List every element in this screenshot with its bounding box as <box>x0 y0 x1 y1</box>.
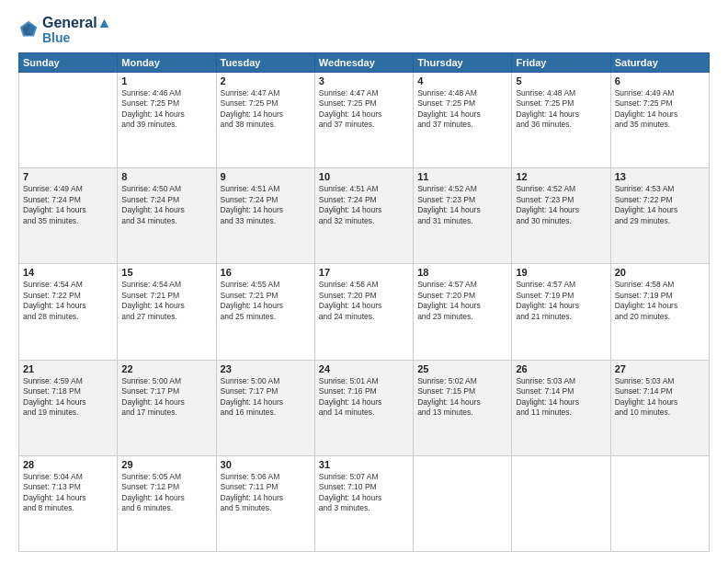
day-info: Sunrise: 4:55 AMSunset: 7:21 PMDaylight:… <box>221 280 311 322</box>
calendar-cell: 1Sunrise: 4:46 AMSunset: 7:25 PMDaylight… <box>118 72 216 167</box>
calendar-cell: 16Sunrise: 4:55 AMSunset: 7:21 PMDayligh… <box>216 264 314 360</box>
logo-icon <box>18 19 39 40</box>
day-number: 5 <box>516 75 606 86</box>
day-info: Sunrise: 4:54 AMSunset: 7:21 PMDaylight:… <box>121 280 211 322</box>
logo: General▲ Blue <box>18 15 111 45</box>
day-info: Sunrise: 5:00 AMSunset: 7:17 PMDaylight:… <box>221 376 311 419</box>
day-number: 3 <box>319 75 409 86</box>
day-number: 21 <box>23 363 113 374</box>
calendar-week-row: 21Sunrise: 4:59 AMSunset: 7:18 PMDayligh… <box>19 360 710 455</box>
calendar-cell <box>610 455 709 551</box>
day-info: Sunrise: 5:07 AMSunset: 7:10 PMDaylight:… <box>319 472 409 514</box>
calendar-cell: 15Sunrise: 4:54 AMSunset: 7:21 PMDayligh… <box>118 264 216 360</box>
calendar-cell: 23Sunrise: 5:00 AMSunset: 7:17 PMDayligh… <box>216 360 314 455</box>
calendar-cell: 17Sunrise: 4:56 AMSunset: 7:20 PMDayligh… <box>314 264 413 360</box>
calendar-week-row: 14Sunrise: 4:54 AMSunset: 7:22 PMDayligh… <box>19 264 710 360</box>
day-number: 23 <box>221 363 311 374</box>
calendar-cell: 6Sunrise: 4:49 AMSunset: 7:25 PMDaylight… <box>610 72 709 167</box>
day-number: 22 <box>121 363 211 374</box>
calendar-header-cell: Tuesday <box>216 52 314 72</box>
calendar-header-row: SundayMondayTuesdayWednesdayThursdayFrid… <box>19 52 710 72</box>
header: General▲ Blue <box>18 15 710 45</box>
calendar-cell: 18Sunrise: 4:57 AMSunset: 7:20 PMDayligh… <box>414 264 512 360</box>
day-info: Sunrise: 4:54 AMSunset: 7:22 PMDaylight:… <box>23 280 113 322</box>
day-number: 9 <box>221 171 311 182</box>
calendar-cell: 3Sunrise: 4:47 AMSunset: 7:25 PMDaylight… <box>314 72 413 167</box>
calendar-cell: 29Sunrise: 5:05 AMSunset: 7:12 PMDayligh… <box>118 455 216 551</box>
day-number: 15 <box>121 267 211 278</box>
calendar-cell: 27Sunrise: 5:03 AMSunset: 7:14 PMDayligh… <box>610 360 709 455</box>
day-info: Sunrise: 4:58 AMSunset: 7:19 PMDaylight:… <box>615 280 705 322</box>
day-number: 8 <box>121 171 211 182</box>
calendar-cell: 11Sunrise: 4:52 AMSunset: 7:23 PMDayligh… <box>414 168 512 264</box>
day-number: 31 <box>319 459 409 470</box>
calendar-cell: 7Sunrise: 4:49 AMSunset: 7:24 PMDaylight… <box>19 168 118 264</box>
calendar-week-row: 7Sunrise: 4:49 AMSunset: 7:24 PMDaylight… <box>19 168 710 264</box>
day-number: 1 <box>121 75 211 86</box>
calendar-cell: 19Sunrise: 4:57 AMSunset: 7:19 PMDayligh… <box>512 264 610 360</box>
day-number: 12 <box>516 171 606 182</box>
day-number: 30 <box>221 459 311 470</box>
day-info: Sunrise: 4:48 AMSunset: 7:25 PMDaylight:… <box>417 88 507 131</box>
day-info: Sunrise: 5:03 AMSunset: 7:14 PMDaylight:… <box>615 376 705 419</box>
day-info: Sunrise: 4:52 AMSunset: 7:23 PMDaylight:… <box>417 184 507 226</box>
calendar-header-cell: Saturday <box>610 52 709 72</box>
calendar-cell: 21Sunrise: 4:59 AMSunset: 7:18 PMDayligh… <box>19 360 118 455</box>
page: General▲ Blue SundayMondayTuesdayWednesd… <box>0 0 728 563</box>
logo-text: General▲ Blue <box>42 15 111 45</box>
day-number: 19 <box>516 267 606 278</box>
day-info: Sunrise: 4:49 AMSunset: 7:24 PMDaylight:… <box>23 184 113 226</box>
calendar-week-row: 1Sunrise: 4:46 AMSunset: 7:25 PMDaylight… <box>19 72 710 167</box>
calendar-cell: 22Sunrise: 5:00 AMSunset: 7:17 PMDayligh… <box>118 360 216 455</box>
day-number: 18 <box>417 267 507 278</box>
day-number: 6 <box>615 75 705 86</box>
day-info: Sunrise: 5:00 AMSunset: 7:17 PMDaylight:… <box>121 376 211 419</box>
day-info: Sunrise: 5:02 AMSunset: 7:15 PMDaylight:… <box>417 376 507 419</box>
calendar-week-row: 28Sunrise: 5:04 AMSunset: 7:13 PMDayligh… <box>19 455 710 551</box>
day-info: Sunrise: 4:51 AMSunset: 7:24 PMDaylight:… <box>319 184 409 226</box>
day-info: Sunrise: 4:53 AMSunset: 7:22 PMDaylight:… <box>615 184 705 226</box>
day-number: 2 <box>221 75 311 86</box>
calendar-cell: 25Sunrise: 5:02 AMSunset: 7:15 PMDayligh… <box>414 360 512 455</box>
calendar-header-cell: Friday <box>512 52 610 72</box>
day-info: Sunrise: 4:49 AMSunset: 7:25 PMDaylight:… <box>615 88 705 131</box>
day-number: 17 <box>319 267 409 278</box>
day-info: Sunrise: 4:47 AMSunset: 7:25 PMDaylight:… <box>319 88 409 131</box>
day-number: 16 <box>221 267 311 278</box>
day-info: Sunrise: 5:01 AMSunset: 7:16 PMDaylight:… <box>319 376 409 419</box>
day-number: 29 <box>121 459 211 470</box>
day-info: Sunrise: 4:52 AMSunset: 7:23 PMDaylight:… <box>516 184 606 226</box>
calendar-cell: 26Sunrise: 5:03 AMSunset: 7:14 PMDayligh… <box>512 360 610 455</box>
calendar-cell: 20Sunrise: 4:58 AMSunset: 7:19 PMDayligh… <box>610 264 709 360</box>
calendar-cell: 9Sunrise: 4:51 AMSunset: 7:24 PMDaylight… <box>216 168 314 264</box>
calendar-cell: 12Sunrise: 4:52 AMSunset: 7:23 PMDayligh… <box>512 168 610 264</box>
calendar-header-cell: Monday <box>118 52 216 72</box>
calendar-header-cell: Thursday <box>414 52 512 72</box>
calendar-cell: 24Sunrise: 5:01 AMSunset: 7:16 PMDayligh… <box>314 360 413 455</box>
day-number: 26 <box>516 363 606 374</box>
calendar-table: SundayMondayTuesdayWednesdayThursdayFrid… <box>18 52 710 552</box>
calendar-cell: 4Sunrise: 4:48 AMSunset: 7:25 PMDaylight… <box>414 72 512 167</box>
day-info: Sunrise: 4:57 AMSunset: 7:20 PMDaylight:… <box>417 280 507 322</box>
day-number: 27 <box>615 363 705 374</box>
day-number: 24 <box>319 363 409 374</box>
calendar-header-cell: Wednesday <box>314 52 413 72</box>
day-number: 25 <box>417 363 507 374</box>
calendar-cell: 13Sunrise: 4:53 AMSunset: 7:22 PMDayligh… <box>610 168 709 264</box>
calendar-cell: 5Sunrise: 4:48 AMSunset: 7:25 PMDaylight… <box>512 72 610 167</box>
calendar-header-cell: Sunday <box>19 52 118 72</box>
calendar-cell: 14Sunrise: 4:54 AMSunset: 7:22 PMDayligh… <box>19 264 118 360</box>
calendar-cell <box>512 455 610 551</box>
calendar-cell: 8Sunrise: 4:50 AMSunset: 7:24 PMDaylight… <box>118 168 216 264</box>
calendar-cell: 2Sunrise: 4:47 AMSunset: 7:25 PMDaylight… <box>216 72 314 167</box>
day-info: Sunrise: 4:46 AMSunset: 7:25 PMDaylight:… <box>121 88 211 131</box>
calendar-cell <box>414 455 512 551</box>
day-info: Sunrise: 5:06 AMSunset: 7:11 PMDaylight:… <box>221 472 311 514</box>
day-info: Sunrise: 4:48 AMSunset: 7:25 PMDaylight:… <box>516 88 606 131</box>
day-info: Sunrise: 4:50 AMSunset: 7:24 PMDaylight:… <box>121 184 211 226</box>
day-info: Sunrise: 4:59 AMSunset: 7:18 PMDaylight:… <box>23 376 113 419</box>
day-info: Sunrise: 5:05 AMSunset: 7:12 PMDaylight:… <box>121 472 211 514</box>
day-info: Sunrise: 4:47 AMSunset: 7:25 PMDaylight:… <box>221 88 311 131</box>
day-info: Sunrise: 4:51 AMSunset: 7:24 PMDaylight:… <box>221 184 311 226</box>
day-number: 13 <box>615 171 705 182</box>
